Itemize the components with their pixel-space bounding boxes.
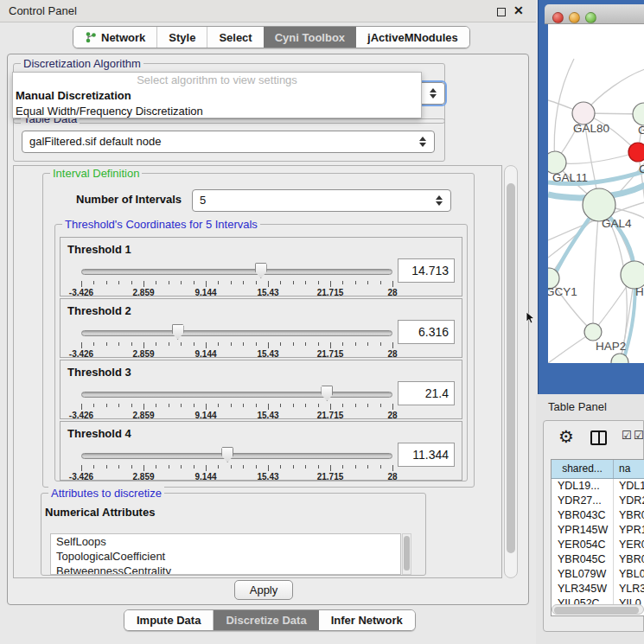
attribute-item-betweennesscentrality[interactable]: BetweennessCentrality	[51, 564, 400, 575]
cell-name: YDL1	[614, 479, 644, 494]
interval-definition-title: Interval Definition	[50, 167, 142, 180]
threshold-slider: -3.4262.8599.14415.4321.71528	[81, 385, 392, 419]
tick-mark	[305, 342, 306, 346]
attributes-list[interactable]: SelfLoopsTopologicalCoefficientBetweenne…	[50, 533, 401, 575]
label-gcy1: GCY1	[548, 285, 577, 298]
threshold-value-field[interactable]: 21.4	[398, 381, 455, 405]
popup-option-manual-discretization[interactable]: Manual Discretization	[13, 88, 421, 104]
column-header-name[interactable]: na	[614, 460, 644, 478]
tick-label: 21.715	[317, 411, 344, 420]
slider-thumb[interactable]	[255, 263, 267, 278]
tab-jactivemnodules[interactable]: jActiveMNodules	[356, 27, 469, 48]
tick-mark	[181, 342, 182, 346]
apply-button[interactable]: Apply	[234, 580, 293, 600]
threshold-value-field[interactable]: 11.344	[398, 443, 455, 467]
tick-mark	[268, 342, 269, 348]
node-partial-top-right[interactable]	[633, 103, 644, 125]
tick-mark	[318, 281, 319, 284]
table-row[interactable]: YBR045CYBR0	[552, 552, 644, 567]
table-row[interactable]: YER054CYER0	[552, 538, 644, 552]
table-rows: YDL19...YDL1YDR27...YDR2YBR043CYBR0YPR14…	[552, 479, 644, 611]
minimize-traffic-light[interactable]	[569, 12, 580, 23]
tick-mark	[156, 404, 156, 407]
attribute-item-topologicalcoefficient[interactable]: TopologicalCoefficient	[51, 549, 400, 564]
popup-placeholder-item[interactable]: Select algorithm to view settings	[13, 73, 421, 88]
control-panel-title: Control Panel	[9, 4, 77, 17]
table-panel: Table Panel ⚙ ☑ ☑ shared... na YDL19...Y…	[536, 394, 644, 644]
tick-label: 15.43	[257, 472, 278, 481]
threshold-value-field[interactable]: 6.316	[398, 320, 455, 344]
column-header-shared-name[interactable]: shared...	[552, 460, 614, 478]
table-row[interactable]: YBL079WYBL0	[552, 567, 644, 582]
tick-label: -3.426	[69, 349, 93, 359]
slider-thumb[interactable]	[321, 386, 333, 401]
node-hap2[interactable]	[584, 323, 602, 341]
cell-name: YPR1	[614, 523, 644, 538]
label-partial-top-right: GA	[638, 124, 644, 137]
checkbox-icon[interactable]: ☑	[622, 429, 632, 442]
zoom-traffic-light[interactable]	[585, 12, 596, 23]
cell-shared-name: YPR145W	[552, 523, 614, 538]
tick-label: 15.43	[257, 288, 278, 297]
slider-track[interactable]	[81, 453, 392, 459]
spinner-arrows-icon	[436, 195, 443, 206]
mouse-cursor	[526, 311, 536, 325]
table-horizontal-scrollbar[interactable]	[552, 604, 644, 615]
attribute-item-selfloops[interactable]: SelfLoops	[51, 534, 400, 549]
network-window-titlebar[interactable]	[545, 4, 644, 24]
table-row[interactable]: YBR043CYBR0	[552, 508, 644, 523]
bottom-tab-strip: Impute DataDiscretize DataInfer Network	[124, 609, 416, 631]
slider-thumb[interactable]	[172, 324, 184, 340]
tick-mark	[355, 465, 356, 469]
tab-label: Network	[101, 31, 145, 44]
slider-track[interactable]	[81, 392, 392, 398]
attributes-list-scrollbar[interactable]	[402, 533, 411, 575]
table-row[interactable]: YDR27...YDR2	[552, 494, 644, 508]
checkbox-icon[interactable]: ☑	[634, 429, 644, 442]
node-red-selected[interactable]	[628, 143, 644, 162]
bottom-tab-discretize-data[interactable]: Discretize Data	[214, 610, 318, 630]
slider-thumb[interactable]	[221, 447, 233, 462]
tick-mark	[131, 465, 132, 469]
table-row[interactable]: YDL19...YDL1	[552, 479, 644, 494]
tab-cyni-toolbox[interactable]: Cyni Toolbox	[264, 27, 356, 48]
number-of-intervals-spinner[interactable]: 5	[192, 189, 451, 212]
tick-label: 21.715	[317, 472, 344, 481]
viewport-scrollbar[interactable]	[504, 165, 518, 578]
tick-mark	[206, 404, 207, 410]
tick-mark	[367, 465, 368, 469]
columns-icon[interactable]	[590, 430, 607, 445]
table-row[interactable]: YPR145WYPR1	[552, 523, 644, 538]
network-nodes[interactable]	[548, 102, 644, 363]
gear-icon[interactable]: ⚙	[558, 428, 574, 445]
tick-label: -3.426	[69, 288, 93, 297]
tick-label: 2.859	[132, 411, 154, 420]
threshold-value-field[interactable]: 14.713	[398, 258, 455, 283]
tab-select[interactable]: Select	[207, 27, 263, 48]
slider-track[interactable]	[81, 330, 392, 336]
tick-mark	[181, 281, 182, 284]
cell-shared-name: YDR27...	[552, 494, 614, 508]
float-window-icon[interactable]	[497, 8, 506, 16]
bottom-tab-impute-data[interactable]: Impute Data	[124, 610, 214, 630]
tick-mark	[355, 404, 356, 407]
tick-mark	[81, 404, 82, 410]
close-traffic-light[interactable]	[552, 12, 564, 23]
network-tab-icon	[85, 31, 97, 43]
threshold-slider: -3.4262.8599.14415.4321.71528	[81, 262, 392, 296]
label-hap2: HAP2	[596, 340, 626, 353]
network-canvas[interactable]: GAL80 GA C GAL11 GAL4 GCY1 H HAP2	[548, 24, 644, 363]
table-data-combobox[interactable]: galFiltered.sif default node	[22, 131, 435, 153]
table-row[interactable]: YLR345WYLR3	[552, 582, 644, 596]
tick-mark	[218, 404, 219, 407]
popup-option-equal-width-frequency-discretization[interactable]: Equal Width/Frequency Discretization	[13, 104, 421, 119]
thresholds-group-title: Threshold's Coordinates for 5 Intervals	[62, 218, 260, 231]
close-icon[interactable]: ✕	[513, 3, 524, 17]
tab-network[interactable]: Network	[73, 27, 157, 48]
slider-track[interactable]	[81, 269, 392, 275]
bottom-tab-infer-network[interactable]: Infer Network	[319, 610, 415, 630]
threshold-2-group: Threshold 2-3.4262.8599.14415.4321.71528…	[60, 298, 462, 358]
tick-mark	[392, 465, 393, 471]
tab-style[interactable]: Style	[157, 27, 207, 48]
node-attribute-table[interactable]: shared... na YDL19...YDL1YDR27...YDR2YBR…	[551, 459, 644, 616]
